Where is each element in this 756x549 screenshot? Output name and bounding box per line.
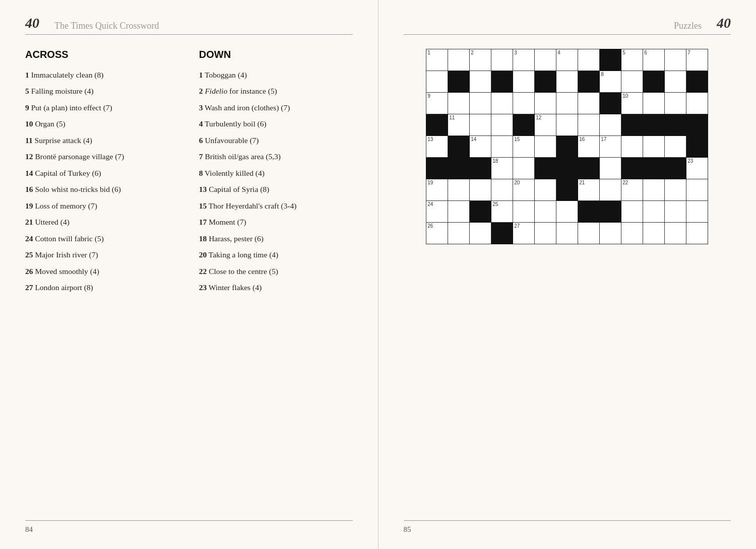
cell-r5-c10[interactable] [643,158,665,179]
cell-r5-c7[interactable] [578,158,600,179]
cell-r1-c3[interactable] [491,71,513,93]
cell-r6-c10[interactable] [643,179,665,201]
cell-r0-c3[interactable] [491,49,513,71]
cell-r3-c8[interactable] [600,114,621,136]
cell-r2-c4[interactable] [513,93,535,114]
cell-r2-c3[interactable] [491,93,513,114]
cell-r6-c4[interactable]: 20 [513,179,535,201]
cell-r6-c1[interactable] [448,179,470,201]
cell-r7-c2[interactable] [470,201,491,223]
cell-r2-c2[interactable] [470,93,491,114]
cell-r7-c9[interactable] [621,201,643,223]
cell-r8-c0[interactable]: 26 [426,223,448,244]
cell-r4-c4[interactable]: 15 [513,136,535,158]
cell-r0-c0[interactable]: 1 [426,49,448,71]
cell-r0-c11[interactable] [665,49,686,71]
cell-r7-c11[interactable] [665,201,686,223]
cell-r0-c6[interactable]: 4 [556,49,578,71]
cell-r6-c12[interactable] [686,179,708,201]
cell-r1-c7[interactable] [578,71,600,93]
cell-r5-c2[interactable] [470,158,491,179]
cell-r5-c9[interactable] [621,158,643,179]
cell-r6-c2[interactable] [470,179,491,201]
cell-r8-c11[interactable] [665,223,686,244]
cell-r4-c6[interactable] [556,136,578,158]
cell-r4-c10[interactable] [643,136,665,158]
cell-r4-c5[interactable] [535,136,556,158]
cell-r1-c2[interactable] [470,71,491,93]
cell-r7-c1[interactable] [448,201,470,223]
cell-r6-c0[interactable]: 19 [426,179,448,201]
cell-r4-c1[interactable] [448,136,470,158]
cell-r3-c3[interactable] [491,114,513,136]
cell-r8-c2[interactable] [470,223,491,244]
cell-r6-c3[interactable] [491,179,513,201]
cell-r3-c5[interactable]: 12 [535,114,556,136]
cell-r8-c8[interactable] [600,223,621,244]
cell-r2-c7[interactable] [578,93,600,114]
cell-r3-c2[interactable] [470,114,491,136]
cell-r2-c11[interactable] [665,93,686,114]
cell-r5-c0[interactable] [426,158,448,179]
cell-r7-c7[interactable] [578,201,600,223]
cell-r0-c12[interactable]: 7 [686,49,708,71]
cell-r4-c9[interactable] [621,136,643,158]
cell-r6-c11[interactable] [665,179,686,201]
cell-r8-c4[interactable]: 27 [513,223,535,244]
cell-r2-c6[interactable] [556,93,578,114]
cell-r2-c5[interactable] [535,93,556,114]
cell-r1-c11[interactable] [665,71,686,93]
cell-r5-c12[interactable]: 23 [686,158,708,179]
cell-r5-c8[interactable] [600,158,621,179]
cell-r3-c1[interactable]: 11 [448,114,470,136]
cell-r6-c7[interactable]: 21 [578,179,600,201]
cell-r8-c5[interactable] [535,223,556,244]
cell-r5-c1[interactable] [448,158,470,179]
cell-r1-c6[interactable] [556,71,578,93]
cell-r1-c4[interactable] [513,71,535,93]
cell-r5-c6[interactable] [556,158,578,179]
cell-r4-c12[interactable] [686,136,708,158]
cell-r5-c5[interactable] [535,158,556,179]
cell-r1-c8[interactable]: 8 [600,71,621,93]
cell-r7-c12[interactable] [686,201,708,223]
cell-r2-c1[interactable] [448,93,470,114]
cell-r3-c10[interactable] [643,114,665,136]
cell-r2-c10[interactable] [643,93,665,114]
cell-r2-c0[interactable]: 9 [426,93,448,114]
cell-r7-c8[interactable] [600,201,621,223]
cell-r2-c9[interactable]: 10 [621,93,643,114]
cell-r3-c9[interactable] [621,114,643,136]
cell-r8-c9[interactable] [621,223,643,244]
cell-r1-c1[interactable] [448,71,470,93]
cell-r5-c4[interactable] [513,158,535,179]
cell-r7-c4[interactable] [513,201,535,223]
cell-r3-c11[interactable] [665,114,686,136]
cell-r4-c0[interactable]: 13 [426,136,448,158]
cell-r5-c11[interactable] [665,158,686,179]
cell-r6-c5[interactable] [535,179,556,201]
cell-r3-c4[interactable] [513,114,535,136]
cell-r8-c3[interactable] [491,223,513,244]
cell-r4-c2[interactable]: 14 [470,136,491,158]
cell-r6-c6[interactable] [556,179,578,201]
cell-r7-c5[interactable] [535,201,556,223]
cell-r0-c1[interactable] [448,49,470,71]
cell-r0-c4[interactable]: 3 [513,49,535,71]
cell-r3-c6[interactable] [556,114,578,136]
cell-r6-c9[interactable]: 22 [621,179,643,201]
cell-r8-c1[interactable] [448,223,470,244]
cell-r3-c12[interactable] [686,114,708,136]
cell-r8-c7[interactable] [578,223,600,244]
cell-r4-c3[interactable] [491,136,513,158]
cell-r0-c5[interactable] [535,49,556,71]
cell-r1-c0[interactable] [426,71,448,93]
cell-r7-c0[interactable]: 24 [426,201,448,223]
cell-r4-c7[interactable]: 16 [578,136,600,158]
cell-r0-c7[interactable] [578,49,600,71]
cell-r7-c3[interactable]: 25 [491,201,513,223]
cell-r7-c6[interactable] [556,201,578,223]
cell-r1-c12[interactable] [686,71,708,93]
cell-r1-c9[interactable] [621,71,643,93]
cell-r6-c8[interactable] [600,179,621,201]
